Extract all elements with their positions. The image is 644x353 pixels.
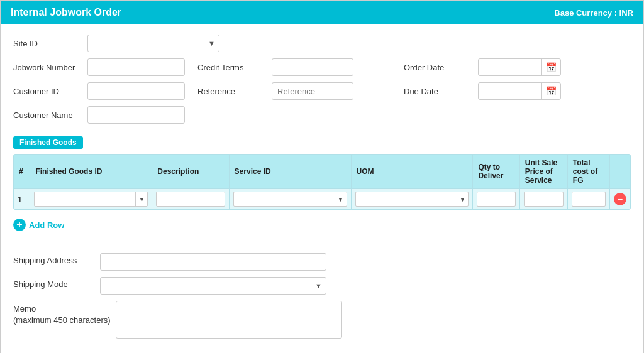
reference-label: Reference <box>197 87 267 96</box>
finished-goods-section: Finished Goods # Finished Goods ID Descr… <box>13 130 631 234</box>
finished-goods-table-container: # Finished Goods ID Description Service … <box>13 154 631 210</box>
order-date-label: Order Date <box>404 63 473 72</box>
order-date-calendar-icon[interactable]: 📅 <box>541 59 560 75</box>
order-date-group: Order Date 2021-12-19 📅 <box>404 58 561 76</box>
col-fg-id: Finished Goods ID <box>30 155 152 189</box>
customer-id-group: Customer ID CASH ▼ <box>13 82 185 100</box>
credit-terms-input[interactable]: 15 Days <box>272 60 353 75</box>
memo-textarea[interactable] <box>116 301 342 339</box>
customer-id-label: Customer ID <box>13 87 82 96</box>
row-total-cost-cell: 9880.00 <box>567 189 609 210</box>
row-qty-cell: 1000.000 <box>473 189 519 210</box>
due-date-input-wrap[interactable]: 2022-01-03 📅 <box>478 82 561 100</box>
row-description-cell: MRP-FG <box>152 189 229 210</box>
col-service-id: Service ID <box>229 155 351 189</box>
shipping-mode-input[interactable]: By Air <box>101 279 311 293</box>
memo-row: Memo (maximum 450 characters) <box>13 301 631 339</box>
fg-id-input[interactable]: MRP-FG <box>35 193 135 205</box>
col-total-cost: Total cost of FG <box>567 155 609 189</box>
add-row-button[interactable]: + Add Row <box>13 216 64 234</box>
row-unit-price-cell: 9.88 <box>519 189 567 210</box>
shipping-mode-arrow[interactable]: ▼ <box>311 278 326 294</box>
customer-name-label: Customer Name <box>13 111 82 120</box>
uom-input[interactable]: NO <box>356 193 457 205</box>
site-id-group: Site ID Branch 1 ▼ <box>13 35 219 52</box>
finished-goods-table: # Finished Goods ID Description Service … <box>14 155 630 209</box>
customer-id-input[interactable]: CASH <box>88 84 185 99</box>
customer-name-group: Customer Name Cash Sales <box>13 106 185 124</box>
col-description: Description <box>152 155 229 189</box>
due-date-calendar-icon[interactable]: 📅 <box>541 83 560 99</box>
col-unit-price: Unit Sale Price of Service <box>519 155 567 189</box>
row-remove-cell: − <box>609 189 630 210</box>
reference-group: Reference <box>197 82 353 100</box>
jobwork-row: Jobwork Number JB3 Credit Terms 15 Days … <box>13 58 631 76</box>
service-id-arrow[interactable]: ▼ <box>335 192 347 206</box>
shipping-address-input[interactable] <box>100 253 326 271</box>
memo-label: Memo (maximum 450 characters) <box>13 301 111 326</box>
reference-input[interactable] <box>272 82 353 100</box>
order-date-input-wrap[interactable]: 2021-12-19 📅 <box>478 58 561 76</box>
col-action <box>609 155 630 189</box>
due-date-label: Due Date <box>404 87 473 96</box>
jobwork-number-group: Jobwork Number JB3 <box>13 58 185 76</box>
app-header: Internal Jobwork Order Base Currency : I… <box>1 1 643 24</box>
row-service-id-cell: SERVICE ▼ <box>229 189 351 210</box>
due-date-group: Due Date 2022-01-03 📅 <box>404 82 561 100</box>
service-id-input[interactable]: SERVICE <box>234 193 335 205</box>
customer-id-input-wrap[interactable]: CASH ▼ <box>87 82 185 100</box>
site-id-row: Site ID Branch 1 ▼ <box>13 35 631 52</box>
uom-select-wrap[interactable]: NO ▼ <box>355 192 469 207</box>
credit-terms-input-wrap[interactable]: 15 Days ▼ <box>272 58 353 76</box>
shipping-address-row: Shipping Address <box>13 253 631 271</box>
fg-id-arrow[interactable]: ▼ <box>135 192 147 206</box>
table-header-row: # Finished Goods ID Description Service … <box>14 155 630 189</box>
service-id-select-wrap[interactable]: SERVICE ▼ <box>233 192 347 207</box>
base-currency: Base Currency : INR <box>554 8 633 18</box>
remove-row-button[interactable]: − <box>614 193 626 205</box>
shipping-mode-label: Shipping Mode <box>13 277 95 289</box>
col-num: # <box>14 155 30 189</box>
site-id-label: Site ID <box>13 39 82 48</box>
site-id-input[interactable]: Branch 1 <box>88 36 204 51</box>
add-row-label: Add Row <box>29 220 64 230</box>
order-date-input[interactable]: 2021-12-19 <box>479 60 541 75</box>
unit-price-input[interactable]: 9.88 <box>524 192 564 207</box>
finished-goods-label: Finished Goods <box>13 136 83 149</box>
col-qty: Qty to Deliver <box>473 155 519 189</box>
site-id-input-wrap[interactable]: Branch 1 ▼ <box>87 35 219 52</box>
due-date-input[interactable]: 2022-01-03 <box>479 84 541 99</box>
total-cost-input[interactable]: 9880.00 <box>572 192 606 207</box>
description-input[interactable]: MRP-FG <box>156 192 225 207</box>
shipping-address-label: Shipping Address <box>13 253 95 265</box>
fg-id-select-wrap[interactable]: MRP-FG ▼ <box>34 192 148 207</box>
col-uom: UOM <box>351 155 473 189</box>
row-num: 1 <box>14 189 30 210</box>
shipping-mode-input-wrap[interactable]: By Air ▼ <box>100 277 326 295</box>
jobwork-number-label: Jobwork Number <box>13 63 82 72</box>
add-row-plus-icon: + <box>13 219 26 231</box>
page-title: Internal Jobwork Order <box>11 7 121 18</box>
shipping-mode-row: Shipping Mode By Air ▼ <box>13 277 631 295</box>
jobwork-number-input[interactable]: JB3 <box>87 58 185 76</box>
table-row: 1 MRP-FG ▼ MRP-FG <box>14 189 630 210</box>
row-fg-id-cell: MRP-FG ▼ <box>30 189 152 210</box>
customer-name-row: Customer Name Cash Sales <box>13 106 631 124</box>
credit-terms-label: Credit Terms <box>197 63 267 72</box>
row-uom-cell: NO ▼ <box>351 189 473 210</box>
uom-arrow[interactable]: ▼ <box>457 192 469 206</box>
form-body: Site ID Branch 1 ▼ Jobwork Number JB3 Cr… <box>1 24 643 353</box>
site-id-dropdown-arrow[interactable]: ▼ <box>204 35 219 52</box>
customer-name-input[interactable]: Cash Sales <box>87 106 185 124</box>
bottom-section: Shipping Address Shipping Mode By Air ▼ … <box>13 244 631 339</box>
customer-id-row: Customer ID CASH ▼ Reference Due Date 20… <box>13 82 631 100</box>
credit-terms-group: Credit Terms 15 Days ▼ <box>197 58 353 76</box>
qty-input[interactable]: 1000.000 <box>477 192 515 207</box>
